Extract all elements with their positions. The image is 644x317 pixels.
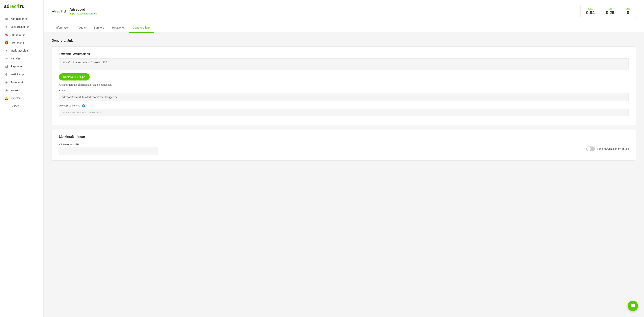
stat-cr: CR 0.29 (600, 5, 620, 18)
heart-icon: ♥ (4, 25, 8, 28)
advertiser-name: Adrecord (70, 7, 576, 12)
sidebar-item-rapporter[interactable]: 📊 Rapporter › (0, 62, 44, 70)
url-shorten-switch[interactable] (586, 146, 595, 151)
advertiser-header: adrec☤rd Adrecord https://www.adrecord.c… (44, 0, 644, 23)
sidebar-item-kontrollpanel[interactable]: ⊞ Kontrollpanel (0, 15, 44, 23)
link-settings-section: Länkinställningar Klickreferens (EPI) Fö… (52, 129, 636, 161)
page-title: Generera länk (52, 39, 636, 42)
bookmark-icon: 🔖 (4, 33, 8, 36)
link-settings-row: Klickreferens (EPI) Förkorta URL genom a… (59, 143, 629, 155)
logo-area: adrec☤rd (0, 0, 44, 13)
direkt-field: Direkt/produktlänk: i (59, 104, 629, 116)
chat-button[interactable] (628, 301, 638, 311)
bar-chart-icon: 📊 (4, 65, 8, 68)
direkt-label: Direkt/produktlänk: i (59, 104, 629, 107)
klickreferens-field: Klickreferens (EPI) (59, 143, 586, 155)
sidebar-item-avancerat[interactable]: ◈ Avancerat › (0, 78, 44, 86)
copy-button[interactable]: Kopiera till urklipp (59, 73, 90, 80)
sidebar-item-annonsorer[interactable]: 🔖 Annonsörer › (0, 31, 44, 39)
kanal-select[interactable]: adrecordtestar (https://adrecordtestar.b… (59, 93, 629, 101)
market-heart-icon: ♥ (4, 49, 8, 52)
chevron-right-icon: › (39, 65, 40, 68)
sidebar-item-nyheter[interactable]: 🔔 Nyheter (0, 94, 44, 102)
yourad-icon: ◉ (4, 88, 8, 92)
tab-banners[interactable]: Banners (90, 23, 108, 33)
kanal-label: Kanal: (59, 89, 629, 92)
stat-arr: ARR 0 (620, 5, 636, 18)
chevron-right-icon: › (39, 81, 40, 84)
url-shorten-toggle: Förkorta URL genom adr.ec (586, 146, 629, 151)
sidebar-item-guider[interactable]: ? Guider (0, 102, 44, 110)
chevron-right-icon: › (39, 41, 40, 44)
kanal-field: Kanal: adrecordtestar (https://adrecordt… (59, 89, 629, 101)
page-content: Generera länk Textlänk / Affiliatelänk K… (44, 33, 644, 171)
stat-epc: EPC 0.84 (580, 5, 600, 18)
textlink-section: Textlänk / Affiliatelänk Kopiera till ur… (52, 46, 636, 125)
klickreferens-input[interactable] (59, 147, 158, 155)
direkt-input[interactable] (59, 109, 629, 116)
settings-icon: ⚙ (4, 72, 8, 76)
chat-icon (630, 304, 635, 308)
textlink-title: Textlänk / Affiliatelänk (59, 52, 629, 55)
main-nav: ⊞ Kontrollpanel ♥ Mina relationer 🔖 Anno… (0, 13, 44, 112)
chevron-right-icon: › (39, 57, 40, 60)
sidebar: adrec☤rd ⊞ Kontrollpanel ♥ Mina relation… (0, 0, 44, 317)
affiliate-link-textarea[interactable] (59, 58, 629, 70)
sidebar-item-kanaler[interactable]: ≋ Kanaler › (0, 54, 44, 62)
sidebar-item-yourad[interactable]: ◉ YourAd › (0, 86, 44, 94)
link-settings-title: Länkinställningar (59, 135, 629, 139)
main-content: adrec☤rd Adrecord https://www.adrecord.c… (44, 0, 644, 317)
info-icon[interactable]: i (82, 104, 85, 107)
brand-logo: adrec☤rd (4, 3, 40, 9)
advanced-icon: ◈ (4, 80, 8, 84)
bell-icon: 🔔 (4, 96, 8, 100)
tab-taggar[interactable]: Taggar (74, 23, 90, 33)
tabs-navigation: Information Taggar Banners Relationer Ge… (44, 23, 644, 33)
sidebar-item-marknadsplats[interactable]: ♥ Marknadsplats › (0, 47, 44, 54)
sidebar-item-mina-relationer[interactable]: ♥ Mina relationer (0, 23, 44, 31)
sidebar-item-installningar[interactable]: ⚙ Inställningar › (0, 70, 44, 78)
advertiser-url[interactable]: https://www.adrecord.com (70, 12, 99, 15)
helper-text: Använd denna spårningslänk på din kanal/… (59, 83, 629, 86)
grid-icon: ⊞ (4, 17, 8, 21)
signal-icon: ≋ (4, 57, 8, 60)
klickreferens-label: Klickreferens (EPI) (59, 143, 586, 146)
tab-relationer[interactable]: Relationer (108, 23, 129, 33)
sidebar-item-promotions[interactable]: 🎁 Promotions › (0, 39, 44, 47)
tab-generera-lank[interactable]: Generera länk (129, 23, 154, 33)
stats-box: EPC 0.84 CR 0.29 ARR 0 (580, 5, 636, 18)
url-shorten-label: Förkorta URL genom adr.ec (597, 147, 629, 150)
advertiser-logo: adrec☤rd (52, 6, 66, 16)
advertiser-info: Adrecord https://www.adrecord.com (70, 7, 576, 15)
chevron-right-icon: › (39, 49, 40, 52)
chevron-right-icon: › (39, 73, 40, 76)
gift-icon: 🎁 (4, 41, 8, 44)
chevron-right-icon: › (39, 89, 40, 92)
chevron-right-icon: › (39, 33, 40, 36)
question-icon: ? (4, 104, 8, 108)
tab-information[interactable]: Information (52, 23, 74, 33)
